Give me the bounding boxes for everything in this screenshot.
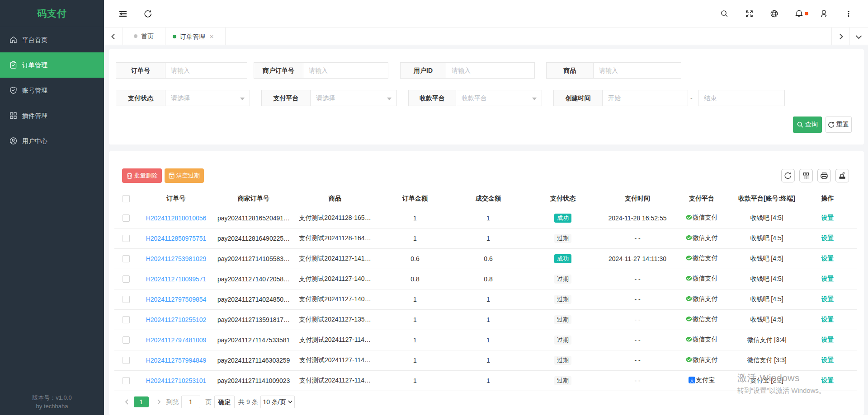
- svg-text:支: 支: [689, 378, 694, 383]
